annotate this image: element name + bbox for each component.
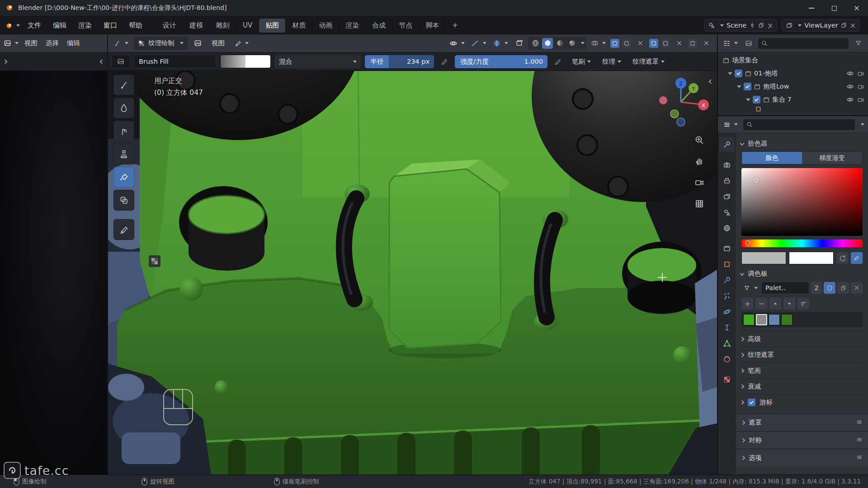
overlays-menu[interactable]	[589, 37, 608, 50]
palette-name-field[interactable]: Palet..	[761, 282, 809, 294]
panel-cursor[interactable]: 游标	[741, 394, 863, 410]
outliner-search-input[interactable]	[770, 40, 845, 47]
unlink-palette-icon[interactable]	[851, 282, 863, 294]
new-view-layer-icon[interactable]	[841, 22, 847, 28]
workspace-tab[interactable]: 脚本	[419, 19, 446, 33]
menu-file[interactable]: 文件	[22, 19, 47, 32]
palette-section-header[interactable]: 调色板	[741, 266, 863, 281]
collection-checkbox[interactable]	[753, 96, 760, 103]
menu-help[interactable]: 帮助	[123, 19, 148, 32]
tool-clone[interactable]	[113, 144, 134, 164]
tool-soften[interactable]	[113, 98, 134, 118]
tool-smear[interactable]	[113, 121, 134, 141]
properties-search[interactable]	[743, 119, 855, 131]
visibility-menu[interactable]	[448, 37, 467, 50]
panel-drag-handle-icon[interactable]	[856, 436, 863, 444]
menu-edit[interactable]: 编辑	[47, 19, 72, 32]
new-palette-icon[interactable]	[837, 282, 849, 294]
panel-advanced[interactable]: 高级	[741, 331, 863, 347]
workspace-tab[interactable]: 设计	[156, 19, 183, 33]
shading-menu-caret[interactable]	[581, 42, 585, 44]
move-color-down-button[interactable]	[783, 298, 795, 310]
mirror-x-toggle[interactable]	[610, 39, 619, 48]
properties-tab-material-icon[interactable]	[719, 352, 735, 366]
shading-rendered-icon[interactable]	[566, 38, 577, 49]
properties-tab-object-data-icon[interactable]	[719, 336, 735, 351]
workspace-tab[interactable]: 合成	[366, 19, 392, 33]
workspace-tab[interactable]: 材质	[286, 19, 312, 33]
outliner-row-scene-collection[interactable]: 场景集合	[718, 54, 868, 67]
editor-type-image-icon[interactable]	[2, 37, 20, 50]
tool-mask[interactable]	[113, 190, 134, 211]
annotate-tool-icon[interactable]	[232, 37, 250, 50]
panel-stroke[interactable]: 笔画	[741, 362, 863, 378]
collection-checkbox[interactable]	[744, 83, 751, 90]
properties-tab-physics-icon[interactable]	[719, 304, 735, 319]
image-editor-menu-edit[interactable]: 编辑	[63, 37, 84, 50]
sort-colors-button[interactable]	[797, 298, 809, 310]
brush-popover[interactable]: 笔刷	[568, 55, 594, 68]
hue-bar[interactable]	[741, 239, 863, 247]
panel-texture-mask[interactable]: 纹理遮罩	[741, 347, 863, 362]
properties-tab-render-icon[interactable]	[719, 157, 735, 172]
image-editor-menu-view[interactable]: 视图	[20, 37, 42, 50]
viewport-menu-view[interactable]: 视图	[208, 37, 229, 50]
render-camera-icon[interactable]	[857, 96, 864, 103]
palette-swatch[interactable]	[743, 314, 755, 325]
falloff-menu[interactable]	[469, 37, 488, 50]
secondary-color-swatch[interactable]	[245, 55, 270, 68]
properties-tab-constraints-icon[interactable]	[719, 320, 735, 335]
brush-name-button[interactable]: Brush Fill	[134, 55, 216, 68]
menu-window[interactable]: 窗口	[98, 19, 123, 32]
image-editor-menu-select[interactable]: 选择	[42, 37, 63, 50]
clip-toggle-a[interactable]	[649, 39, 658, 48]
mode-selector[interactable]: 纹理绘制	[134, 37, 188, 50]
strength-slider[interactable]: 强度/力度 1.000	[455, 55, 547, 68]
remove-view-layer-icon[interactable]	[850, 23, 856, 28]
unlink-scene-icon[interactable]	[767, 23, 773, 28]
panel-mask[interactable]: 遮罩	[736, 413, 868, 431]
strength-pressure-icon[interactable]	[552, 55, 564, 68]
panel-falloff[interactable]: 衰减	[741, 378, 863, 394]
mirror-y-toggle[interactable]	[622, 39, 631, 48]
navigation-gizmo[interactable]: Z Y X	[653, 74, 712, 133]
properties-tab-particles-icon[interactable]	[719, 288, 735, 303]
viewport-3d[interactable]: 用户正交 (0) 立方体 047 Z Y X	[108, 71, 717, 474]
workspace-tab[interactable]: UV	[236, 19, 259, 32]
pivot-box-icon[interactable]	[513, 37, 525, 50]
close-button[interactable]	[845, 0, 868, 16]
eye-icon[interactable]	[846, 70, 854, 77]
workspace-tab[interactable]: 渲染	[339, 19, 366, 33]
eye-icon[interactable]	[846, 96, 854, 103]
shading-wireframe-icon[interactable]	[530, 38, 541, 49]
tool-draw[interactable]	[113, 75, 134, 95]
collapse-panel-icon[interactable]	[100, 59, 104, 64]
properties-tab-world-icon[interactable]	[719, 221, 735, 235]
properties-tab-collection-icon[interactable]	[719, 241, 735, 256]
clear-stencil-icon[interactable]	[700, 37, 712, 50]
properties-tab-scene-icon[interactable]	[719, 205, 735, 220]
outliner-search[interactable]	[758, 38, 849, 49]
properties-search-input[interactable]	[755, 121, 852, 128]
expand-panel-icon[interactable]	[3, 59, 8, 64]
panel-drag-handle-icon[interactable]	[856, 419, 863, 427]
properties-tab-tool-icon[interactable]	[719, 137, 735, 152]
properties-tab-output-icon[interactable]	[719, 173, 735, 188]
disclosure-triangle-icon[interactable]	[728, 72, 732, 75]
outliner-editor-type-icon[interactable]	[722, 37, 740, 50]
maximize-button[interactable]	[823, 0, 845, 16]
stencil-image-icon[interactable]	[149, 255, 160, 267]
palette-swatch[interactable]	[781, 314, 793, 325]
workspace-tab-active[interactable]: 贴图	[259, 19, 286, 33]
palette-swatch-selected[interactable]	[756, 314, 767, 325]
disclosure-triangle-icon[interactable]	[737, 85, 741, 88]
pan-hand-icon[interactable]	[692, 154, 707, 169]
outliner-row-collection[interactable]: 炮塔Low	[718, 80, 868, 93]
color-field[interactable]	[741, 168, 863, 236]
refresh-icon[interactable]	[836, 252, 848, 264]
tool-annotate[interactable]	[113, 219, 134, 240]
texture-popover[interactable]: 纹理	[599, 55, 625, 68]
clear-clip-icon[interactable]	[673, 37, 685, 50]
properties-tab-texture-icon[interactable]	[719, 372, 735, 387]
image-datablock-icon[interactable]	[191, 37, 204, 50]
